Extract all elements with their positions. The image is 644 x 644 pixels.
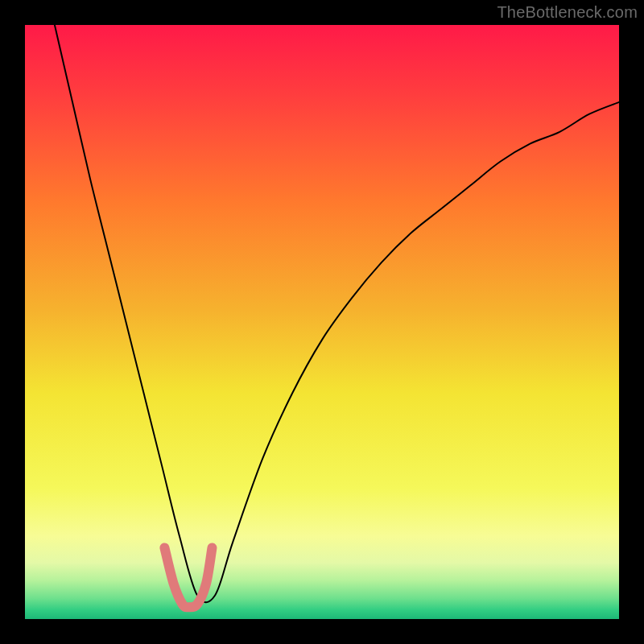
- plot-background: [25, 25, 619, 619]
- chart-container: TheBottleneck.com: [0, 0, 644, 644]
- bottleneck-chart: [0, 0, 644, 644]
- watermark-text: TheBottleneck.com: [497, 3, 638, 22]
